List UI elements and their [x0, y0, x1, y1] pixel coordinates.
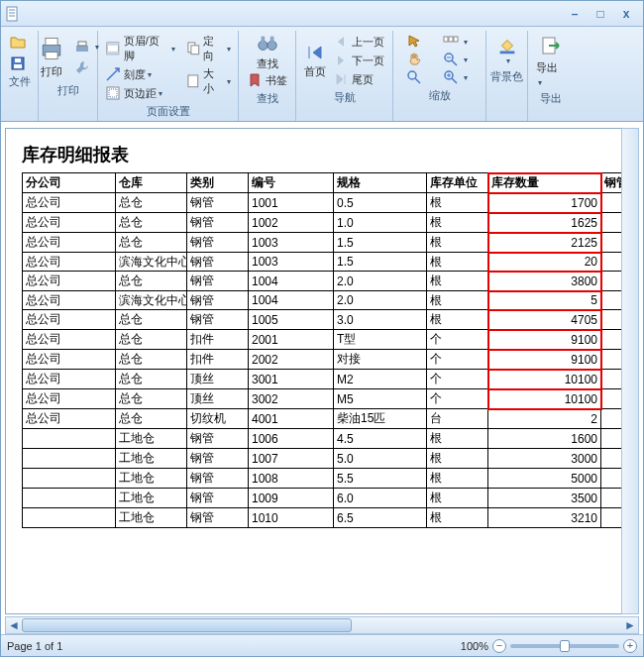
table-cell: 总公司 — [23, 233, 116, 253]
table-cell: 1004 — [249, 272, 334, 291]
group-zoom-label: 缩放 — [397, 86, 482, 105]
table-cell: M2 — [334, 370, 427, 389]
table-cell: 总公司 — [23, 389, 116, 409]
table-cell: 总仓 — [116, 272, 187, 291]
folder-open-icon — [10, 34, 26, 50]
print-button[interactable]: 打印 — [34, 33, 69, 81]
table-cell: 总公司 — [23, 370, 116, 389]
orientation-button[interactable]: 定向▾ — [182, 33, 234, 64]
table-cell: 1005 — [249, 310, 334, 330]
magnifier-button[interactable] — [396, 68, 436, 86]
svg-rect-19 — [188, 75, 198, 87]
size-button[interactable]: 大小▾ — [182, 65, 234, 97]
table-cell: 10100 — [488, 389, 601, 409]
table-cell: 1.5 — [334, 233, 427, 253]
zoom-out-button[interactable]: ▾ — [436, 51, 476, 68]
group-nav-label: 导航 — [300, 88, 388, 107]
table-cell: 3210 — [488, 508, 601, 528]
col-header: 编号 — [249, 173, 334, 193]
table-cell: 1700 — [488, 193, 601, 213]
document-preview: 库存明细报表 分公司仓库类别编号规格库存单位库存数量钢管 总公司总仓钢管1001… — [5, 128, 639, 614]
header-footer-icon — [105, 41, 121, 56]
svg-rect-24 — [444, 37, 448, 42]
export-button[interactable]: 导出 ▾ — [532, 33, 570, 89]
table-cell: 根 — [427, 193, 488, 213]
table-row: 总公司总仓钢管10031.5根2125 — [23, 233, 629, 253]
group-nav: 首页 上一页 下一页 尾页 导航 — [296, 31, 393, 121]
col-header: 仓库 — [116, 173, 187, 193]
scroll-right-button[interactable]: ► — [622, 618, 638, 632]
minimize-button[interactable]: – — [562, 5, 588, 23]
svg-rect-11 — [78, 42, 86, 46]
table-cell: 4705 — [488, 310, 601, 330]
table-cell: 5000 — [488, 469, 601, 489]
table-cell: 1002 — [249, 213, 334, 233]
close-button[interactable]: x — [613, 5, 639, 23]
table-cell — [23, 489, 116, 508]
horizontal-scrollbar[interactable]: ◄ ► — [5, 616, 639, 634]
svg-rect-25 — [449, 37, 453, 42]
margins-button[interactable]: 页边距▾ — [102, 84, 178, 102]
table-cell: 顶丝 — [187, 389, 249, 409]
table-cell: 2.0 — [334, 272, 427, 291]
save-button[interactable] — [7, 55, 32, 72]
orientation-icon — [185, 41, 201, 56]
open-button[interactable] — [7, 33, 32, 51]
zoom-slider[interactable] — [510, 644, 619, 648]
scale-button[interactable]: 刻度▾ — [102, 65, 178, 83]
next-page-button[interactable]: 下一页 — [330, 52, 387, 69]
zoom-slider-knob[interactable] — [560, 640, 570, 652]
header-footer-button[interactable]: 页眉/页脚▾ — [102, 33, 178, 64]
table-row: 工地仓钢管10064.5根1600 — [23, 429, 629, 449]
table-cell: 2002 — [249, 350, 334, 370]
zoom-out-icon — [443, 52, 459, 67]
table-cell: 钢管 — [187, 213, 249, 233]
table-cell: 总公司 — [23, 310, 116, 330]
table-cell: 总公司 — [23, 272, 116, 291]
table-cell: 总仓 — [116, 233, 187, 253]
table-cell: 根 — [427, 310, 488, 330]
first-page-button[interactable]: 首页 — [302, 43, 328, 79]
last-page-button[interactable]: 尾页 — [330, 70, 387, 88]
table-cell — [23, 508, 116, 528]
col-header: 类别 — [187, 173, 249, 193]
group-find-label: 查找 — [243, 89, 291, 108]
table-cell: 个 — [427, 370, 488, 389]
zoom-minus-button[interactable]: − — [492, 639, 506, 653]
maximize-button[interactable]: □ — [588, 5, 613, 23]
many-pages-icon — [443, 34, 459, 50]
group-page-label: 页面设置 — [102, 102, 234, 121]
table-cell: 总仓 — [116, 330, 187, 350]
table-cell: 10100 — [488, 370, 601, 389]
hand-button[interactable] — [396, 51, 436, 68]
scroll-left-button[interactable]: ◄ — [6, 618, 22, 632]
table-cell: 20 — [488, 253, 601, 272]
bgcolor-button[interactable]: ▾ — [492, 33, 522, 67]
table-cell: 总公司 — [23, 291, 116, 310]
table-cell: M5 — [334, 389, 427, 409]
svg-rect-5 — [14, 64, 22, 68]
vertical-scrollbar[interactable] — [621, 128, 639, 614]
zoom-plus-button[interactable]: + — [623, 639, 637, 653]
table-cell: 个 — [427, 330, 488, 350]
prev-icon — [333, 34, 349, 50]
find-button[interactable]: 查找 — [255, 33, 280, 71]
table-cell: 根 — [427, 233, 488, 253]
bookmark-button[interactable]: 书签 — [244, 71, 290, 89]
scroll-track[interactable] — [22, 618, 622, 632]
scroll-thumb[interactable] — [22, 618, 352, 632]
prev-page-button[interactable]: 上一页 — [330, 33, 387, 51]
zoom-in-button[interactable]: ▾ — [436, 68, 476, 86]
table-cell: 钢管 — [187, 233, 249, 253]
size-icon — [185, 73, 201, 89]
table-row: 工地仓钢管10075.0根3000 — [23, 449, 629, 469]
table-cell: 个 — [427, 350, 488, 370]
many-pages-button[interactable]: ▾ — [436, 33, 476, 51]
svg-rect-36 — [499, 52, 514, 55]
group-print-label: 打印 — [43, 81, 93, 100]
table-cell: 钢管 — [187, 193, 249, 213]
page-indicator: Page 1 of 1 — [7, 640, 62, 652]
table-cell: 钢管 — [187, 449, 249, 469]
table-cell: 总仓 — [116, 213, 187, 233]
pointer-button[interactable] — [396, 33, 436, 51]
